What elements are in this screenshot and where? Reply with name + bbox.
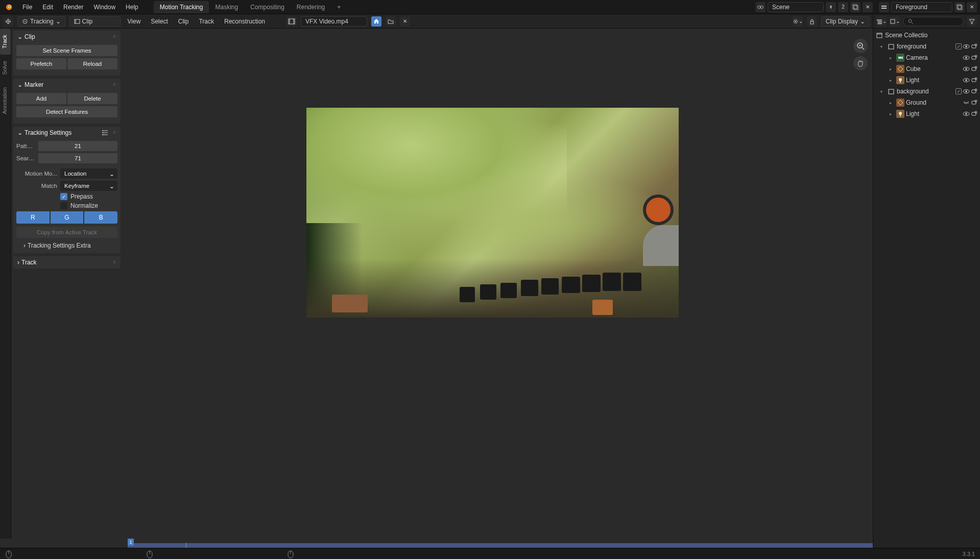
outliner-row-ground[interactable]: ▸ Ground (874, 97, 979, 108)
workspace-tab-rendering[interactable]: Rendering (291, 1, 331, 13)
open-clip-icon[interactable] (386, 16, 396, 27)
expand-arrow-icon[interactable]: ▸ (890, 112, 895, 116)
prepass-checkbox[interactable]: ✓ (60, 193, 67, 200)
delete-marker-button[interactable]: Delete (67, 93, 117, 104)
menu-edit[interactable]: Edit (37, 2, 58, 13)
expand-arrow-icon[interactable]: ▸ (890, 56, 895, 60)
clip-menu-view[interactable]: View (125, 16, 144, 27)
prefetch-button[interactable]: Prefetch (16, 58, 66, 69)
side-tab-annotation[interactable]: Annotation (0, 81, 11, 120)
motion-model-dropdown[interactable]: Location (60, 168, 117, 179)
expand-arrow-icon[interactable]: ▾ (880, 44, 886, 49)
clip-filename-input[interactable] (301, 16, 367, 27)
visibility-icon[interactable] (963, 77, 970, 84)
clip-view-dropdown[interactable]: Clip (69, 16, 121, 27)
workspace-tab-compositing[interactable]: Compositing (244, 1, 291, 13)
visibility-icon[interactable] (963, 54, 970, 61)
expand-arrow-icon[interactable]: ▾ (880, 89, 886, 94)
editor-type-icon[interactable] (3, 16, 13, 27)
viewlayer-name-input[interactable] (891, 2, 952, 12)
outliner-display-mode-icon[interactable]: ⌄ (876, 16, 887, 27)
preset-list-icon[interactable] (102, 129, 109, 136)
render-visibility-icon[interactable] (971, 110, 978, 117)
clip-panel-header[interactable]: ⌄ Clip ⠿ (13, 31, 121, 43)
new-viewlayer-icon[interactable] (954, 2, 965, 12)
visibility-icon[interactable] (963, 43, 970, 50)
scene-name-input[interactable] (768, 2, 824, 12)
render-visibility-icon[interactable] (971, 43, 978, 50)
clip-menu-reconstruction[interactable]: Reconstruction (221, 16, 268, 27)
outliner-row-camera[interactable]: ▸ Camera (874, 52, 979, 63)
render-visibility-icon[interactable] (971, 99, 978, 106)
delete-viewlayer-icon[interactable]: ✕ (967, 2, 977, 12)
delete-scene-icon[interactable]: ✕ (863, 2, 873, 12)
detect-features-button[interactable]: Detect Features (16, 106, 117, 117)
add-workspace-button[interactable]: + (331, 1, 347, 13)
exclude-checkbox[interactable]: ✓ (955, 43, 962, 50)
clip-menu-track[interactable]: Track (196, 16, 217, 27)
render-visibility-icon[interactable] (971, 54, 978, 61)
tracking-mode-dropdown[interactable]: Tracking ⌄ (17, 16, 65, 27)
fake-user-icon[interactable] (371, 16, 381, 27)
visibility-icon[interactable] (963, 65, 970, 72)
new-scene-icon[interactable] (850, 2, 861, 12)
outliner-filter-icon[interactable]: ⌄ (890, 16, 900, 27)
menu-window[interactable]: Window (88, 2, 121, 13)
marker-panel-header[interactable]: ⌄ Marker ⠿ (13, 79, 121, 91)
exclude-checkbox[interactable]: ✓ (955, 88, 962, 94)
render-visibility-icon[interactable] (971, 65, 978, 72)
expand-arrow-icon[interactable]: ▸ (890, 101, 895, 105)
render-visibility-icon[interactable] (971, 77, 978, 84)
menu-file[interactable]: File (17, 2, 37, 13)
search-size-input[interactable] (38, 153, 117, 163)
outliner-row-foreground[interactable]: ▾ foreground ✓ (874, 41, 979, 52)
outliner-search-input[interactable] (903, 17, 964, 26)
scene-browse-icon[interactable] (755, 2, 766, 12)
cache-timeline[interactable]: 1 (0, 539, 873, 548)
viewport-zoom-icon[interactable] (853, 39, 868, 53)
expand-arrow-icon[interactable]: ▸ (890, 78, 895, 83)
playhead[interactable]: 1 (128, 539, 134, 546)
expand-arrow-icon[interactable]: ▸ (890, 67, 895, 71)
tracking-settings-extra-toggle[interactable]: › Tracking Settings Extra (16, 240, 117, 249)
lock-view-icon[interactable] (807, 16, 817, 27)
menu-help[interactable]: Help (121, 2, 144, 13)
scene-collection-row[interactable]: Scene Collectio (874, 30, 979, 41)
copy-from-active-track-button[interactable]: Copy from Active Track (16, 227, 117, 238)
pivot-icon[interactable]: ⌄ (793, 16, 803, 27)
outliner-row-background[interactable]: ▾ background ✓ (874, 86, 979, 97)
reload-button[interactable]: Reload (67, 58, 117, 69)
match-dropdown[interactable]: Keyframe (60, 181, 117, 191)
clip-menu-clip[interactable]: Clip (175, 16, 192, 27)
normalize-checkbox[interactable] (60, 202, 67, 209)
outliner-filter-funnel-icon[interactable] (967, 16, 977, 27)
scene-users-count[interactable]: 2 (838, 2, 848, 12)
unlink-clip-icon[interactable]: ✕ (400, 16, 410, 27)
channel-b-toggle[interactable]: B (84, 211, 117, 224)
side-tab-track[interactable]: Track (0, 29, 11, 55)
side-tab-solve[interactable]: Solve (0, 55, 11, 81)
outliner-row-light-bg[interactable]: ▸ Light (874, 108, 979, 119)
menu-render[interactable]: Render (58, 2, 88, 13)
track-panel-header[interactable]: › Track ⠿ (13, 256, 121, 269)
set-scene-frames-button[interactable]: Set Scene Frames (16, 45, 117, 56)
clip-datablock-icon[interactable] (286, 16, 297, 27)
pin-scene-icon[interactable] (826, 2, 836, 12)
visibility-icon[interactable] (963, 88, 970, 95)
viewlayer-browse-icon[interactable] (879, 2, 889, 12)
visibility-hidden-icon[interactable] (963, 99, 970, 106)
channel-r-toggle[interactable]: R (16, 211, 50, 224)
workspace-tab-motion-tracking[interactable]: Motion Tracking (154, 1, 209, 13)
clip-menu-select[interactable]: Select (148, 16, 171, 27)
add-marker-button[interactable]: Add (16, 93, 66, 104)
visibility-icon[interactable] (963, 110, 970, 117)
workspace-tab-masking[interactable]: Masking (209, 1, 244, 13)
render-visibility-icon[interactable] (971, 88, 978, 95)
outliner-row-light[interactable]: ▸ Light (874, 75, 979, 86)
tracking-settings-header[interactable]: ⌄ Tracking Settings ⠿ (13, 127, 121, 139)
clip-display-dropdown[interactable]: Clip Display ⌄ (821, 16, 870, 27)
clip-viewport[interactable] (123, 29, 873, 539)
pattern-size-input[interactable] (38, 141, 117, 151)
viewport-pan-icon[interactable] (853, 56, 868, 70)
outliner-row-cube[interactable]: ▸ Cube (874, 63, 979, 75)
